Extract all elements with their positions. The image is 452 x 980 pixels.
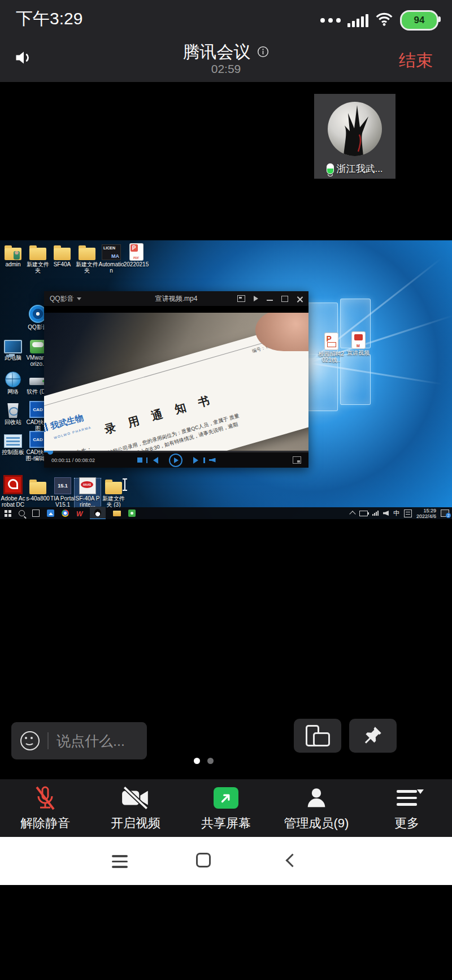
rotate-screen-icon [306, 725, 329, 746]
desktop-icon-control-panel[interactable]: 控制面板 [0, 432, 26, 455]
desktop-icon-new-folder-2[interactable]: 新建文件夹 [74, 244, 100, 274]
stop-button[interactable] [137, 457, 142, 463]
desktop-icon-20220215[interactable]: 20220215 [123, 244, 149, 267]
participant-name-row: 浙江我武... [314, 162, 395, 175]
wps-icon[interactable] [76, 508, 82, 519]
folder-icon [29, 482, 46, 494]
share-screen-button[interactable]: 共享屏幕 [181, 779, 271, 837]
desktop-icon-automation[interactable]: Automation [98, 244, 124, 274]
status-time: 下午3:29 [16, 7, 82, 31]
battery-percent: 94 [414, 15, 425, 26]
info-icon[interactable] [257, 43, 270, 62]
start-video-button[interactable]: 开启视频 [90, 779, 181, 837]
desktop-icon-presentation-video[interactable]: 宣讲视频 [345, 333, 372, 356]
pin-button[interactable] [349, 719, 397, 753]
taskbar-clock[interactable]: 15:29 2022/4/6 [416, 508, 436, 519]
folder-icon [29, 248, 46, 260]
desktop-icon-tia-portal[interactable]: TIA Portal V15.1 [50, 478, 76, 508]
desktop-icon-recycle-bin[interactable]: 回收站 [0, 402, 26, 425]
qq-taskbar-icon[interactable] [90, 507, 106, 519]
photos-app-icon[interactable] [47, 510, 54, 517]
desktop-icon-this-pc[interactable]: 此电脑 [0, 338, 26, 361]
file-explorer-icon[interactable] [113, 511, 121, 516]
windows-taskbar: 中 15:29 2022/4/6 2 [0, 507, 452, 519]
wifi-icon [375, 11, 393, 29]
nav-back-button[interactable] [285, 854, 297, 866]
ime-indicator[interactable]: 中 [393, 509, 399, 517]
taskbar-search-icon[interactable] [19, 510, 25, 516]
volume-icon[interactable] [209, 458, 216, 463]
nav-home-button[interactable] [196, 853, 211, 867]
logo-mark-icon [44, 422, 49, 433]
snapshot-icon[interactable] [237, 295, 245, 302]
chrome-icon[interactable] [62, 510, 69, 517]
shared-screen: admin 新建文件夹 SF40A 新建文件夹 Automation 20220… [0, 240, 452, 519]
avatar [328, 102, 382, 156]
manage-members-button[interactable]: 管理成员(9) [271, 779, 362, 837]
play-button[interactable] [169, 454, 182, 467]
recycle-bin-icon [7, 403, 19, 418]
tray-volume-icon[interactable] [383, 511, 389, 516]
meeting-toolbar: 解除静音 开启视频 共享屏幕 管理成员(9) 更多 [0, 779, 452, 837]
video-frame[interactable]: 编号：YZ0130019 我武生物 WOLWO PHARMA 录 用 通 知 书… [44, 306, 308, 451]
license-app-icon [102, 244, 121, 260]
action-center-icon[interactable]: 2 [441, 510, 449, 517]
desktop-icon-new-folder[interactable]: 新建文件夹 [25, 244, 51, 274]
participant-tile[interactable]: 浙江我武... [314, 94, 395, 179]
previous-button[interactable] [153, 457, 158, 464]
desktop-icon-s40a800[interactable]: s-40a800 [25, 478, 51, 502]
desktop-icon-acrobat[interactable]: Adobe Acrobat DC [0, 478, 26, 508]
battery-icon: 94 [400, 10, 438, 31]
desktop-icon-new-folder-3[interactable]: 新建文件夹 (3) [101, 478, 127, 508]
folder-icon [105, 482, 122, 494]
text-cursor-icon [124, 478, 125, 491]
chat-input[interactable]: 说点什么... [11, 722, 147, 759]
maximize-icon[interactable] [281, 296, 288, 302]
start-button[interactable] [5, 510, 11, 517]
pdf-file-icon [130, 244, 143, 260]
close-icon[interactable] [297, 296, 303, 302]
desktop-icon-admin[interactable]: admin [0, 244, 26, 267]
end-meeting-button[interactable]: 结束 [395, 49, 436, 73]
next-button[interactable] [193, 457, 198, 464]
tray-expand-icon[interactable] [349, 511, 355, 517]
computer-icon [4, 340, 22, 353]
top-bars: 下午3:29 94 腾讯会议 02:59 结束 [0, 0, 452, 82]
nav-menu-button[interactable] [112, 855, 128, 868]
detach-window-icon[interactable] [293, 456, 301, 464]
tia-portal-icon [54, 477, 71, 494]
player-control-bar: 00:00:11 / 00:08:02 [44, 451, 308, 468]
more-button[interactable]: 更多 [362, 779, 452, 837]
finger-in-video [255, 309, 308, 351]
windows-logo-pane [305, 358, 338, 411]
task-view-icon[interactable] [32, 510, 40, 517]
folder-user-icon [5, 248, 21, 260]
system-nav-bar [0, 837, 452, 885]
meeting-title-row: 腾讯会议 [0, 41, 452, 64]
unmute-button[interactable]: 解除静音 [0, 779, 90, 837]
desktop-icon-sf40a[interactable]: SF40A [49, 244, 75, 267]
minimize-icon[interactable] [267, 300, 273, 301]
desktop-icon-campus-recruit-ppt[interactable]: 校园招聘2021线.. [316, 334, 346, 363]
rotate-screen-button[interactable] [294, 719, 341, 753]
network-globe-icon [5, 372, 21, 387]
remote-app-icon[interactable] [128, 510, 136, 517]
language-bar-icon[interactable] [404, 510, 412, 517]
page-dot [207, 758, 214, 764]
tray-battery-icon[interactable] [359, 511, 368, 516]
camera-off-icon [120, 784, 151, 811]
ppt-file-icon [325, 333, 338, 349]
chat-placeholder: 说点什么... [56, 732, 125, 750]
player-title-bar[interactable]: QQ影音 宣讲视频.mp4 [44, 291, 308, 306]
control-panel-icon [4, 434, 22, 448]
playlist-icon[interactable] [254, 296, 258, 301]
mic-status-icon [327, 163, 334, 174]
tray-network-icon[interactable] [372, 511, 379, 516]
acrobat-icon [3, 475, 23, 494]
more-icon [397, 790, 417, 806]
desktop-icon-sf40a-printer[interactable]: SF-40A Printe... [75, 478, 101, 508]
emoji-icon[interactable] [20, 731, 40, 750]
desktop-icon-network[interactable]: 网络 [0, 372, 26, 395]
mic-muted-icon [32, 784, 59, 811]
video-file-icon [352, 332, 365, 348]
